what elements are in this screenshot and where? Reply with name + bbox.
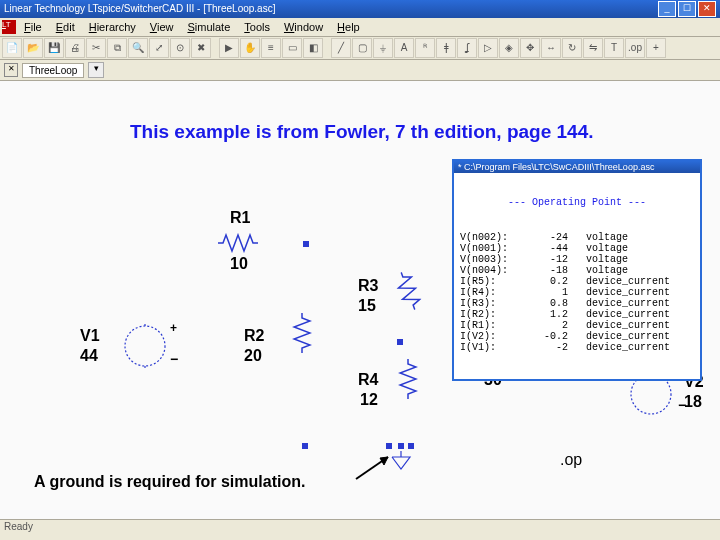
op-row: V(n001): -44 voltage xyxy=(460,243,694,254)
menu-edit[interactable]: Edit xyxy=(50,20,81,34)
op-row: I(V1): -2 device_current xyxy=(460,342,694,353)
op-row: I(R4): 1 device_current xyxy=(460,287,694,298)
v1-value: 44 xyxy=(80,347,98,365)
mirror-icon[interactable]: ⇋ xyxy=(583,38,603,58)
search-icon[interactable]: 🔍 xyxy=(128,38,148,58)
plus-sign: + xyxy=(170,321,177,335)
op-result-window[interactable]: * C:\Program Files\LTC\SwCADIII\ThreeLoo… xyxy=(452,159,702,381)
delete-icon[interactable]: ✖ xyxy=(191,38,211,58)
ind-icon[interactable]: ʆ xyxy=(457,38,477,58)
op-rows: V(n002): -24 voltageV(n001): -44 voltage… xyxy=(460,232,694,353)
op-row: V(n003): -12 voltage xyxy=(460,254,694,265)
menu-hierarchy[interactable]: Hierarchy xyxy=(83,20,142,34)
node-dot xyxy=(302,443,308,449)
ground-note: A ground is required for simulation. xyxy=(34,473,305,491)
op-row: I(V2): -0.2 device_current xyxy=(460,331,694,342)
headline-text: This example is from Fowler, 7 th editio… xyxy=(130,121,594,143)
window-controls: _ ☐ ✕ xyxy=(658,1,716,17)
menu-view[interactable]: View xyxy=(144,20,180,34)
r1-value: 10 xyxy=(230,255,248,273)
op-window-body: --- Operating Point --- V(n002): -24 vol… xyxy=(454,173,700,379)
v2-value: 18 xyxy=(684,393,702,411)
cap-icon[interactable]: ǂ xyxy=(436,38,456,58)
op-row: V(n004): -18 voltage xyxy=(460,265,694,276)
op-row: I(R3): 0.8 device_current xyxy=(460,298,694,309)
drag-icon[interactable]: ↔ xyxy=(541,38,561,58)
tool-bar: 📄 📂 💾 🖨 ✂ ⧉ 🔍 ⤢ ⊙ ✖ ▶ ✋ ≡ ▭ ◧ ╱ ▢ ⏚ A ᴿ … xyxy=(0,37,720,60)
status-text: Ready xyxy=(4,521,33,532)
op-row: V(n002): -24 voltage xyxy=(460,232,694,243)
status-bar: Ready xyxy=(0,519,720,540)
component-icon[interactable]: ◈ xyxy=(499,38,519,58)
node-dot xyxy=(397,339,403,345)
node-dot xyxy=(398,443,404,449)
zoom-icon[interactable]: ⤢ xyxy=(149,38,169,58)
outline-icon[interactable]: ▭ xyxy=(282,38,302,58)
op-row: I(R1): 2 device_current xyxy=(460,320,694,331)
resistor-icon[interactable]: ᴿ xyxy=(415,38,435,58)
move-icon[interactable]: ✥ xyxy=(520,38,540,58)
tab-chooser-icon[interactable]: ▾ xyxy=(88,62,104,78)
r3-label: R3 xyxy=(358,277,378,295)
r2-value: 20 xyxy=(244,347,262,365)
menu-file[interactable]: File xyxy=(18,20,48,34)
rect-icon[interactable]: ▢ xyxy=(352,38,372,58)
line-icon[interactable]: ╱ xyxy=(331,38,351,58)
node-dot xyxy=(303,241,309,247)
svg-marker-6 xyxy=(380,457,388,465)
v1-label: V1 xyxy=(80,327,100,345)
sub-bar: ✕ ThreeLoop ▾ xyxy=(0,60,720,81)
doc-close-icon[interactable]: ✕ xyxy=(4,63,18,77)
op-row: I(R2): 1.2 device_current xyxy=(460,309,694,320)
schematic-canvas[interactable]: This example is from Fowler, 7 th editio… xyxy=(0,81,720,519)
schematic-tab[interactable]: ThreeLoop xyxy=(22,63,84,78)
text-icon[interactable]: T xyxy=(604,38,624,58)
menu-help[interactable]: Help xyxy=(331,20,366,34)
spice-icon[interactable]: .op xyxy=(625,38,645,58)
maximize-button[interactable]: ☐ xyxy=(678,1,696,17)
print-icon[interactable]: 🖨 xyxy=(65,38,85,58)
r2-label: R2 xyxy=(244,327,264,345)
cut-icon[interactable]: ✂ xyxy=(86,38,106,58)
title-bar: Linear Technology LTspice/SwitcherCAD II… xyxy=(0,0,720,18)
menu-tools[interactable]: Tools xyxy=(238,20,276,34)
op-header: --- Operating Point --- xyxy=(460,197,694,208)
copy-icon[interactable]: ⧉ xyxy=(107,38,127,58)
minimize-button[interactable]: _ xyxy=(658,1,676,17)
run-icon[interactable]: ▶ xyxy=(219,38,239,58)
resistor-r4[interactable] xyxy=(398,359,418,399)
target-icon[interactable]: ⊙ xyxy=(170,38,190,58)
op-window-title: * C:\Program Files\LTC\SwCADIII\ThreeLoo… xyxy=(454,161,700,173)
ground-icon[interactable]: ⏚ xyxy=(373,38,393,58)
save-icon[interactable]: 💾 xyxy=(44,38,64,58)
arrow-icon xyxy=(354,451,394,481)
menu-window[interactable]: Window xyxy=(278,20,329,34)
node-dot xyxy=(386,443,392,449)
open-icon[interactable]: 📂 xyxy=(23,38,43,58)
window-title: Linear Technology LTspice/SwitcherCAD II… xyxy=(4,0,275,18)
r4-label: R4 xyxy=(358,371,378,389)
r3-value: 15 xyxy=(358,297,376,315)
diode-icon[interactable]: ▷ xyxy=(478,38,498,58)
app-icon: LT xyxy=(2,20,16,34)
menu-simulate[interactable]: Simulate xyxy=(181,20,236,34)
op-directive[interactable]: .op xyxy=(560,451,582,469)
capture-icon[interactable]: ◧ xyxy=(303,38,323,58)
rotate-icon[interactable]: ↻ xyxy=(562,38,582,58)
minus-sign: − xyxy=(170,351,178,367)
menu-bar: LT File Edit Hierarchy View Simulate Too… xyxy=(0,18,720,37)
node-dot xyxy=(408,443,414,449)
new-icon[interactable]: 📄 xyxy=(2,38,22,58)
op-row: I(R5): 0.2 device_current xyxy=(460,276,694,287)
resistor-r1[interactable] xyxy=(218,233,258,253)
r1-label: R1 xyxy=(230,209,250,227)
options-icon[interactable]: ≡ xyxy=(261,38,281,58)
hand-icon[interactable]: ✋ xyxy=(240,38,260,58)
resistor-r2[interactable] xyxy=(292,313,312,353)
r4-value: 12 xyxy=(360,391,378,409)
label-icon[interactable]: A xyxy=(394,38,414,58)
svg-point-0 xyxy=(125,326,165,366)
voltage-source-v1[interactable] xyxy=(122,323,168,369)
close-button[interactable]: ✕ xyxy=(698,1,716,17)
wire-icon[interactable]: + xyxy=(646,38,666,58)
